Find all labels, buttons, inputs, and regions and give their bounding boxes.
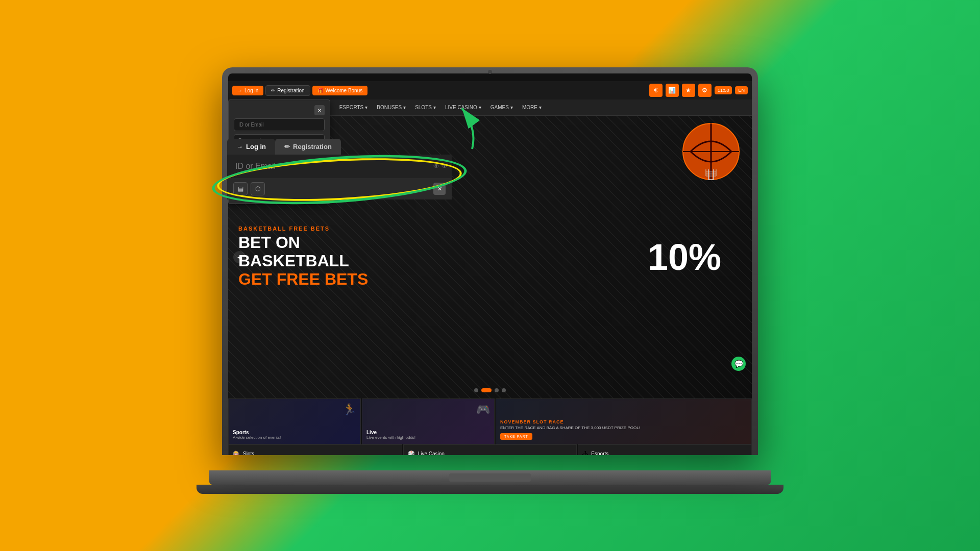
stats-icon-btn[interactable]: 📊: [666, 84, 679, 97]
bonus-header-button[interactable]: 🎁 Welcome Bonus: [312, 86, 368, 95]
hero-dot-2[interactable]: [481, 388, 492, 392]
register-tab-icon: ✏: [284, 143, 290, 151]
chat-bubble[interactable]: 💬: [731, 357, 746, 371]
webcam: [488, 70, 492, 74]
site-header: → Log in ✏ Registration 🎁 Welcome Bonus: [228, 81, 752, 99]
chevron-down-icon: ▾: [539, 105, 542, 110]
hero-basketball-graphic: [680, 121, 742, 182]
sports-desc: A wide selection of events!: [233, 435, 356, 440]
login-arrow-icon: →: [237, 88, 242, 93]
category-section: 🏃 Sports A wide selection of events! 🎮 L…: [228, 398, 752, 444]
chevron-down-icon: ▾: [510, 105, 513, 110]
esports-label: Esports: [591, 451, 608, 456]
nav-esports[interactable]: ESPORTS ▾: [335, 103, 372, 112]
wallet-icon-btn[interactable]: €: [649, 84, 663, 97]
settings-icon-btn[interactable]: ⚙: [698, 84, 712, 97]
enlarged-login-tab[interactable]: → Log in: [227, 139, 275, 155]
enlarged-social-row: ▤ ⬡ ✕: [227, 178, 452, 199]
slots-label: Slots: [243, 451, 254, 456]
sports-icon: 🏃: [342, 403, 356, 416]
live-desc: Live events with high odds!: [366, 435, 490, 440]
sports-card[interactable]: 🏃 Sports A wide selection of events!: [228, 398, 361, 444]
esports-icon: 🕹: [582, 450, 588, 455]
bottom-category-section: 🎰 Slots 🎲 Live Casino 🕹 Esports: [228, 444, 752, 455]
hero-dot-1[interactable]: [474, 388, 478, 392]
hero-dot-3[interactable]: [495, 388, 499, 392]
login-tab-arrow: →: [236, 143, 243, 151]
hero-badge: 10%: [648, 236, 721, 278]
enlarged-id-wrap: 👁 👁: [227, 155, 452, 178]
hero-title-line1: BET ON: [238, 234, 368, 252]
hero-dots: [474, 388, 506, 392]
nav-games[interactable]: GAMES ▾: [486, 103, 517, 112]
hero-title-line2: BASKETBALL: [238, 252, 368, 270]
header-left: → Log in ✏ Registration 🎁 Welcome Bonus: [232, 85, 368, 96]
esports-bottom-card[interactable]: 🕹 Esports: [578, 444, 752, 455]
hero-dot-4[interactable]: [502, 388, 506, 392]
enlarged-close-button[interactable]: ✕: [433, 183, 446, 195]
register-header-button[interactable]: ✏ Registration: [265, 85, 310, 96]
enlarged-hex-icon-btn[interactable]: ⬡: [251, 182, 265, 195]
slot-race-title: NOVEMBER SLOT RACE: [500, 419, 747, 424]
live-title: Live: [366, 430, 490, 435]
live-casino-icon: 🎲: [408, 450, 415, 456]
live-card[interactable]: 🎮 Live Live events with high odds!: [362, 398, 495, 444]
website-container: → Log in ✏ Registration 🎁 Welcome Bonus: [228, 81, 752, 455]
screen-content: → Log in ✏ Registration 🎁 Welcome Bonus: [228, 81, 752, 455]
dropdown-close-button[interactable]: ✕: [314, 105, 325, 115]
take-part-button[interactable]: TAKE PART: [500, 433, 532, 440]
chevron-down-icon: ▾: [403, 105, 406, 110]
language-selector[interactable]: EN: [735, 86, 748, 94]
nav-more[interactable]: MORE ▾: [518, 103, 546, 112]
star-icon-btn[interactable]: ★: [682, 84, 695, 97]
slots-icon: 🎰: [233, 450, 240, 456]
annotation-arrow: [431, 98, 482, 159]
screen-bezel: → Log in ✏ Registration 🎁 Welcome Bonus: [228, 73, 752, 455]
enlarged-form-body: 👁 👁 ▤ ⬡ ✕: [227, 155, 452, 199]
hero-text-block: BASKETBALL FREE BETS BET ON BASKETBALL G…: [238, 226, 368, 288]
eye-off-icon-2[interactable]: 👁: [442, 163, 448, 170]
header-right: € 📊 ★ ⚙ 11:50 EN: [649, 84, 748, 97]
eye-off-icon-1[interactable]: 👁: [433, 163, 439, 170]
live-casino-label: Live Casino: [418, 451, 445, 456]
hero-subtitle: BASKETBALL FREE BETS: [238, 226, 368, 232]
time-display: 11:50: [715, 86, 732, 94]
dropdown-top-row: ✕: [234, 105, 325, 115]
chevron-down-icon: ▾: [365, 105, 368, 110]
nav-bonuses[interactable]: BONUSES ▾: [373, 103, 410, 112]
slot-race-card[interactable]: NOVEMBER SLOT RACE ENTER THE RACE AND BA…: [496, 398, 752, 444]
slots-bottom-card[interactable]: 🎰 Slots: [228, 444, 402, 455]
live-icon: 🎮: [476, 403, 490, 416]
enlarged-login-form: → Log in ✏ Registration 👁 👁 ▤ ⬡ ✕: [227, 139, 452, 199]
enlarged-grid-icon-btn[interactable]: ▤: [233, 182, 248, 195]
enlarged-id-email-input[interactable]: [227, 155, 452, 178]
edit-icon: ✏: [271, 88, 275, 93]
laptop-screen: → Log in ✏ Registration 🎁 Welcome Bonus: [222, 67, 758, 455]
enlarged-register-tab[interactable]: ✏ Registration: [275, 139, 341, 155]
laptop-bottom: [197, 485, 783, 494]
laptop-base: [209, 470, 771, 485]
hero-title-line3: GET FREE BETS: [238, 270, 368, 289]
slot-race-desc: ENTER THE RACE AND BAG A SHARE OF THE 3,…: [500, 425, 747, 430]
enlarged-eye-icons: 👁 👁: [433, 163, 448, 170]
login-header-button[interactable]: → Log in: [232, 86, 263, 95]
touchpad: [449, 473, 531, 482]
sports-title: Sports: [233, 430, 356, 435]
gift-icon: 🎁: [317, 88, 324, 93]
enlarged-login-tabs: → Log in ✏ Registration: [227, 139, 452, 155]
live-casino-bottom-card[interactable]: 🎲 Live Casino: [403, 444, 577, 455]
id-email-input-small[interactable]: [234, 118, 325, 131]
